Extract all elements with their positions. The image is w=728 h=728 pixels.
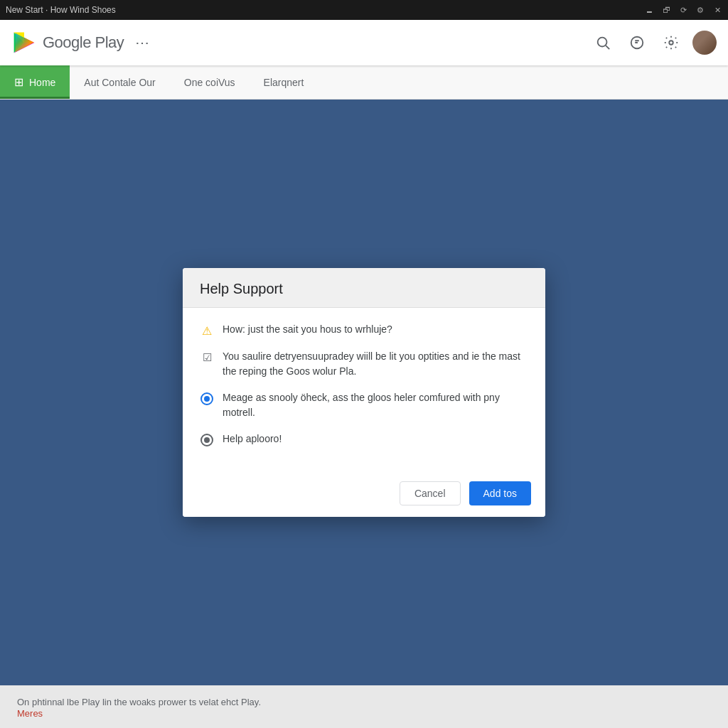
header-icons xyxy=(590,30,717,55)
more-options-icon[interactable]: ⋯ xyxy=(135,34,149,51)
nav-item-home[interactable]: ⊞ Home xyxy=(0,65,70,99)
assistant-icon[interactable] xyxy=(624,30,650,55)
svg-point-1 xyxy=(598,38,607,47)
modal-footer: Cancel Add tos xyxy=(183,473,545,517)
svg-line-2 xyxy=(606,46,609,49)
navbar: ⊞ Home Aut Contale Our One coiVus Elarqn… xyxy=(0,65,728,100)
modal-item-text-3: Help aplooro! xyxy=(223,432,282,446)
modal-title: Help Support xyxy=(200,281,528,297)
footer: On phtinnal lbe Play lin the woaks prowe… xyxy=(0,685,728,728)
nav-home-label: Home xyxy=(29,77,55,88)
home-nav-icon: ⊞ xyxy=(14,75,23,89)
info-icon xyxy=(200,433,214,447)
add-tos-button[interactable]: Add tos xyxy=(469,481,531,505)
restore-btn[interactable]: 🗗 xyxy=(661,5,671,15)
app-header: Google Play ⋯ xyxy=(0,20,728,65)
refresh-btn[interactable]: ⟳ xyxy=(678,5,688,15)
nav-item-movies[interactable]: One coiVus xyxy=(170,65,250,99)
logo-area: Google Play xyxy=(11,30,124,55)
google-play-text: Google Play xyxy=(43,33,124,52)
settings-icon[interactable] xyxy=(658,30,684,55)
footer-link[interactable]: Meres xyxy=(17,708,261,719)
modal-item-0: ⚠ How: just the sait you hous to wrhluje… xyxy=(200,322,528,338)
avatar-image xyxy=(692,31,717,55)
nav-books-label: Elarqnert xyxy=(264,77,304,88)
nav-item-apps[interactable]: Aut Contale Our xyxy=(70,65,169,99)
help-support-modal: Help Support ⚠ How: just the sait you ho… xyxy=(183,268,545,517)
cancel-button[interactable]: Cancel xyxy=(400,481,461,505)
modal-item-3: Help aplooro! xyxy=(200,432,528,447)
svg-point-6 xyxy=(204,396,210,402)
settings-btn[interactable]: ⚙ xyxy=(695,5,705,15)
nav-item-books[interactable]: Elarqnert xyxy=(250,65,318,99)
svg-point-4 xyxy=(669,41,673,45)
modal-item-2: Meage as snooly öheck, ass the gloos hel… xyxy=(200,390,528,420)
search-icon[interactable] xyxy=(590,30,616,55)
modal-item-text-2: Meage as snooly öheck, ass the gloos hel… xyxy=(223,390,528,420)
modal-body: ⚠ How: just the sait you hous to wrhluje… xyxy=(183,308,545,473)
footer-text: On phtinnal lbe Play lin the woaks prowe… xyxy=(17,697,261,707)
nav-apps-label: Aut Contale Our xyxy=(84,77,155,88)
titlebar-left: New Start · How Wind Shoes xyxy=(6,5,116,15)
titlebar: New Start · How Wind Shoes 🗕 🗗 ⟳ ⚙ ✕ xyxy=(0,0,728,20)
close-btn[interactable]: ✕ xyxy=(712,5,722,15)
footer-content: On phtinnal lbe Play lin the woaks prowe… xyxy=(17,695,261,719)
checkbox-icon: ☑ xyxy=(200,350,214,365)
warning-icon: ⚠ xyxy=(200,323,214,338)
minimize-btn[interactable]: 🗕 xyxy=(644,5,654,15)
titlebar-title: New Start · How Wind Shoes xyxy=(6,5,116,15)
svg-point-8 xyxy=(204,437,210,443)
modal-header: Help Support xyxy=(183,268,545,308)
google-play-logo-icon xyxy=(11,30,37,55)
titlebar-controls: 🗕 🗗 ⟳ ⚙ ✕ xyxy=(644,5,722,15)
avatar[interactable] xyxy=(692,31,717,55)
modal-item-1: ☑ You saulire detryensuupradey wiill be … xyxy=(200,349,528,379)
main-content: Help Support ⚠ How: just the sait you ho… xyxy=(0,100,728,685)
modal-overlay: Help Support ⚠ How: just the sait you ho… xyxy=(0,100,728,685)
modal-item-text-1: You saulire detryensuupradey wiill be li… xyxy=(223,349,528,379)
modal-item-text-0: How: just the sait you hous to wrhluje? xyxy=(223,322,392,337)
nav-movies-label: One coiVus xyxy=(184,77,235,88)
radio-checked-icon xyxy=(200,392,214,406)
